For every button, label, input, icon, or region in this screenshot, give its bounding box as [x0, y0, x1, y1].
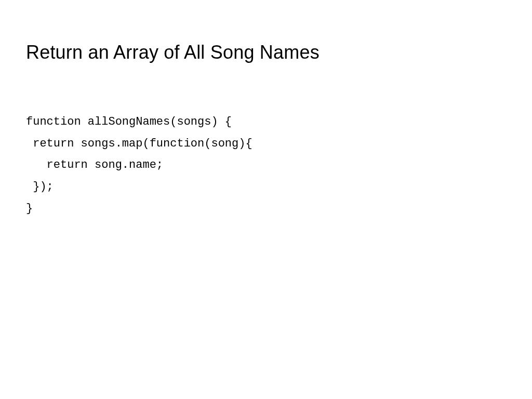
- code-line: function allSongNames(songs) {: [26, 115, 232, 128]
- code-line: });: [26, 180, 54, 193]
- code-block: function allSongNames(songs) { return so…: [26, 89, 506, 220]
- code-line: return song.name;: [26, 158, 163, 171]
- code-line: }: [26, 202, 33, 215]
- code-line: return songs.map(function(song){: [26, 137, 252, 150]
- slide-title: Return an Array of All Song Names: [26, 42, 506, 63]
